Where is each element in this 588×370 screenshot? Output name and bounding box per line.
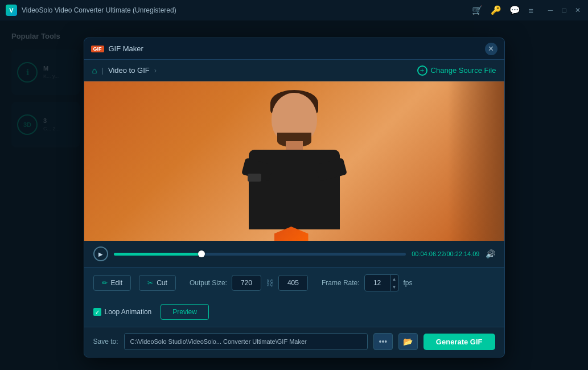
title-bar: V VideoSolo Video Converter Ultimate (Un…	[0, 0, 588, 20]
loop-animation-checkbox[interactable]: ✓ Loop Animation	[93, 308, 152, 316]
change-source-label: Change Source File	[431, 66, 496, 75]
time-display: 00:04:06.22/00:22:14.09	[412, 250, 479, 257]
save-path-text: C:\VideoSolo Studio\VideoSolo... Convert…	[130, 338, 307, 345]
progress-fill	[114, 253, 202, 256]
fps-down-arrow[interactable]: ▼	[390, 283, 398, 291]
breadcrumb-arrow-icon: ›	[154, 66, 157, 75]
app-icon: V	[6, 5, 17, 16]
breadcrumb-bar: ⌂ | Video to GIF › + Change Source File	[84, 60, 504, 81]
cut-icon: ✂	[147, 279, 153, 287]
time-total: 00:22:14.09	[446, 250, 479, 257]
dialog-title: GIF Maker	[109, 44, 143, 53]
key-icon[interactable]: 🔑	[491, 5, 501, 15]
fps-input[interactable]	[365, 275, 390, 291]
breadcrumb-page: Video to GIF	[108, 66, 150, 75]
chat-icon[interactable]: 💬	[509, 5, 520, 15]
menu-icon[interactable]: ≡	[528, 6, 533, 15]
time-current: 00:04:06.22	[412, 250, 445, 257]
save-path-display: C:\VideoSolo Studio\VideoSolo... Convert…	[124, 333, 368, 350]
logo-shape	[274, 227, 309, 241]
fps-up-arrow[interactable]: ▲	[390, 275, 398, 283]
edit-button[interactable]: ✏ Edit	[93, 275, 131, 291]
dialog-close-button[interactable]: ✕	[485, 43, 497, 55]
maximize-button[interactable]: □	[560, 6, 569, 15]
video-bg-accent	[447, 81, 504, 241]
checkbox-icon: ✓	[93, 308, 101, 316]
cut-button[interactable]: ✂ Cut	[139, 275, 176, 291]
progress-bar[interactable]	[114, 253, 406, 256]
frame-rate-group: Frame Rate: ▲ ▼ fps	[322, 274, 413, 291]
edit-label: Edit	[111, 279, 123, 287]
volume-icon[interactable]: 🔊	[486, 249, 495, 258]
output-size-group: Output Size: ⛓	[190, 275, 308, 291]
gif-dialog: GIF GIF Maker ✕ ⌂ | Video to GIF › + Cha…	[84, 38, 505, 357]
link-icon: ⛓	[266, 278, 274, 287]
cut-label: Cut	[157, 279, 167, 287]
save-to-label: Save to:	[93, 338, 118, 346]
more-options-button[interactable]: •••	[373, 333, 393, 350]
add-circle-icon: +	[417, 65, 427, 76]
frame-rate-label: Frame Rate:	[322, 279, 360, 287]
home-icon[interactable]: ⌂	[92, 65, 97, 75]
gif-badge: GIF	[91, 46, 104, 52]
dots-icon: •••	[379, 337, 388, 346]
loop-label: Loop Animation	[105, 308, 152, 316]
video-player	[84, 81, 504, 241]
player-controls: ▶ 00:04:06.22/00:22:14.09 🔊	[84, 241, 504, 267]
height-input[interactable]	[278, 275, 308, 291]
fps-unit-label: fps	[404, 279, 413, 287]
edit-controls-row: ✏ Edit ✂ Cut Output Size: ⛓ Frame Rate:	[84, 267, 504, 298]
cart-icon[interactable]: 🛒	[472, 5, 483, 15]
close-button[interactable]: ✕	[573, 6, 582, 15]
fps-arrows: ▲ ▼	[390, 275, 398, 291]
hand-item	[248, 174, 261, 182]
loop-preview-row: ✓ Loop Animation Preview	[84, 298, 504, 327]
main-bg: Popular Tools ℹ M K... y... 3D 3 C... 2.…	[0, 20, 588, 370]
shirt-logo	[274, 227, 314, 241]
generate-gif-button[interactable]: Generate GIF	[423, 334, 495, 350]
width-input[interactable]	[232, 275, 261, 291]
change-source-button[interactable]: + Change Source File	[417, 65, 496, 76]
edit-icon: ✏	[102, 279, 108, 287]
folder-icon: 📂	[403, 337, 413, 346]
open-folder-button[interactable]: 📂	[398, 333, 418, 350]
video-content	[237, 87, 351, 235]
save-row: Save to: C:\VideoSolo Studio\VideoSolo..…	[84, 327, 504, 357]
progress-thumb	[198, 250, 205, 257]
modal-overlay: GIF GIF Maker ✕ ⌂ | Video to GIF › + Cha…	[0, 20, 588, 370]
dialog-titlebar: GIF GIF Maker ✕	[84, 38, 504, 60]
output-size-label: Output Size:	[190, 279, 227, 287]
fps-input-wrapper: ▲ ▼	[364, 274, 399, 291]
preview-button[interactable]: Preview	[161, 304, 209, 320]
preview-label: Preview	[172, 308, 197, 316]
breadcrumb-separator: |	[102, 66, 104, 75]
generate-label: Generate GIF	[436, 338, 483, 346]
app-title: VideoSolo Video Converter Ultimate (Unre…	[22, 6, 176, 14]
play-button[interactable]: ▶	[93, 246, 108, 261]
minimize-button[interactable]: ─	[546, 6, 555, 15]
